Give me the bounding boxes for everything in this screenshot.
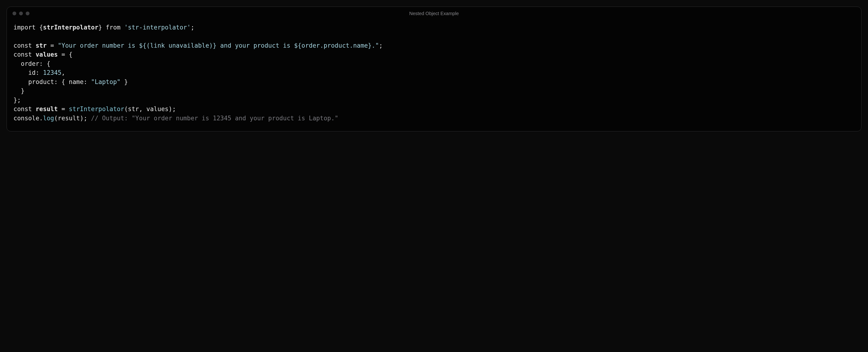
space [121, 24, 124, 31]
keyword-const: const [13, 51, 32, 58]
traffic-lights [12, 11, 30, 15]
traffic-light-minimize-icon[interactable] [19, 11, 23, 15]
function-call: strInterpolator [69, 106, 124, 113]
code-line-product-a: product: { name: [13, 78, 91, 85]
string-literal: "Your order number is ${(link unavailabl… [58, 42, 379, 49]
brace-open: { [36, 24, 43, 31]
log-method: log [43, 115, 54, 122]
number-literal: 12345 [43, 69, 61, 76]
semicolon: ; [191, 24, 194, 31]
var-result: result [36, 106, 58, 113]
equals: = [58, 106, 69, 113]
code-line-indent: id: [13, 69, 43, 76]
traffic-light-zoom-icon[interactable] [26, 11, 30, 15]
semicolon: ; [379, 42, 383, 49]
module-string: 'str-interpolator' [124, 24, 191, 31]
keyword-import: import [13, 24, 36, 31]
equals-brace: = { [58, 51, 73, 58]
comment: // Output: "Your order number is 12345 a… [91, 115, 338, 122]
string-literal: "Laptop" [91, 78, 121, 85]
equals: = [47, 42, 58, 49]
code-line: } [13, 87, 25, 94]
import-identifier: strInterpolator [43, 24, 98, 31]
keyword-const: const [13, 106, 32, 113]
call-args: (str, values); [124, 106, 176, 113]
space [32, 106, 36, 113]
keyword-const: const [13, 42, 32, 49]
brace-close: } [98, 24, 106, 31]
code-window: Nested Object Example import {strInterpo… [7, 7, 861, 131]
var-str: str [36, 42, 47, 49]
code-line: order: { [13, 60, 51, 67]
comma: , [62, 69, 65, 76]
space [32, 42, 36, 49]
call-args: (result); [54, 115, 91, 122]
window-titlebar: Nested Object Example [7, 7, 861, 20]
page-root: Nested Object Example import {strInterpo… [0, 0, 868, 352]
console-object: console [13, 115, 39, 122]
dot: . [39, 115, 43, 122]
window-title: Nested Object Example [7, 11, 861, 16]
code-block: import {strInterpolator} from 'str-inter… [7, 20, 861, 131]
var-values: values [36, 51, 58, 58]
traffic-light-close-icon[interactable] [12, 11, 16, 15]
keyword-from: from [106, 24, 121, 31]
code-line: }; [13, 96, 21, 104]
space [32, 51, 36, 58]
code-line-product-b: } [121, 78, 128, 85]
